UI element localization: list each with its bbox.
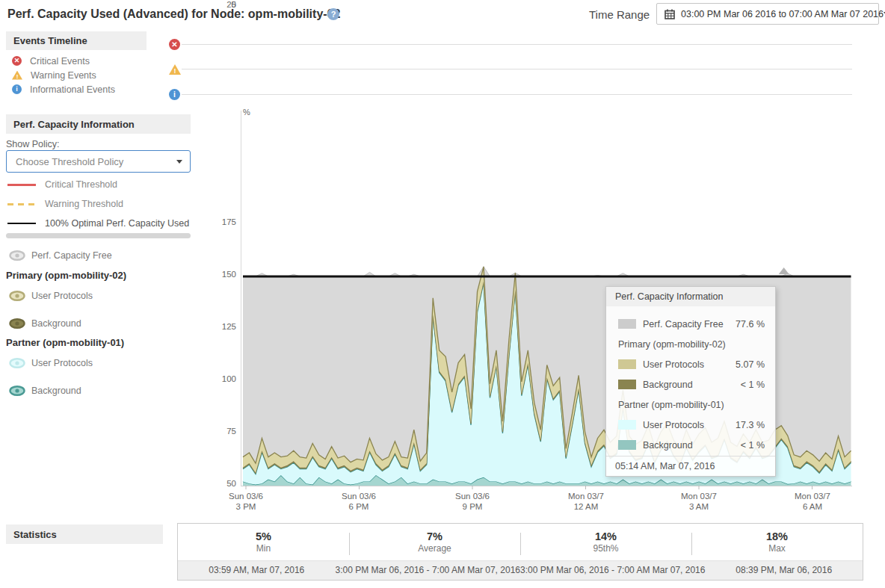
toggle-partner-user-protocols[interactable]: User Protocols — [9, 357, 93, 368]
time-range-label: Time Range — [589, 8, 650, 21]
informational-events-lane: i — [169, 88, 852, 100]
eye-icon — [9, 291, 25, 301]
swatch-free — [618, 319, 636, 329]
sidebar-scrollbar[interactable] — [6, 233, 191, 238]
partner-node-heading: Partner (opm-mobility-01) — [6, 337, 124, 348]
stat-95th: 14% 95th% — [520, 524, 691, 562]
y-tick: 175 — [212, 217, 236, 226]
chart-tooltip: Perf. Capacity Information Perf. Capacit… — [605, 286, 776, 477]
y-tick: 125 — [212, 322, 236, 331]
toggle-primary-user-protocols[interactable]: User Protocols — [9, 290, 93, 301]
statistics-table: 5% Min 7% Average 14% 95th% 18% Max 03:5… — [177, 523, 863, 581]
statistics-header: Statistics — [6, 524, 163, 544]
x-tick: Sun 03/69 PM — [428, 491, 517, 512]
events-timeline-header: Events Timeline — [6, 31, 147, 50]
legend-optimal-line: 100% Optimal Perf. Capacity Used — [7, 218, 189, 229]
tooltip-row-partner-bg: Background < 1 % — [618, 435, 765, 455]
warning-icon: ! — [12, 71, 22, 80]
legend-warning-threshold: Warning Threshold — [7, 199, 123, 209]
info-icon: i — [12, 84, 22, 94]
x-tick: Mon 03/712 AM — [541, 491, 631, 512]
y-tick: 75 — [212, 427, 236, 436]
swatch-partner-user — [618, 420, 636, 430]
legend-informational-events: i Informational Events — [12, 84, 115, 95]
critical-events-lane: ✕ — [169, 38, 852, 50]
swatch-primary-bg — [618, 380, 636, 389]
critical-icon: ✕ — [169, 39, 180, 50]
critical-icon: ✕ — [12, 56, 22, 66]
legend-critical-threshold: Critical Threshold — [7, 179, 117, 190]
y-tick: 0 — [212, 0, 236, 9]
x-tick: Mon 03/76 AM — [768, 491, 857, 512]
y-tick: 150 — [212, 270, 236, 279]
threshold-policy-select[interactable]: Choose Threshold Policy — [6, 150, 191, 173]
tooltip-row-primary-bg: Background < 1 % — [618, 374, 765, 394]
help-icon[interactable]: ? — [327, 8, 339, 20]
warning-icon: ! — [169, 64, 181, 75]
y-tick: 50 — [212, 479, 236, 488]
stat-max: 18% Max — [691, 524, 863, 562]
warning-threshold-line — [7, 203, 36, 205]
chevron-down-icon — [176, 160, 182, 164]
eye-icon — [9, 358, 25, 368]
time-range-value: 03:00 PM Mar 06 2016 to 07:00 AM Mar 07 … — [681, 9, 884, 19]
tooltip-timestamp: 05:14 AM, Mar 07, 2016 — [606, 456, 775, 476]
stat-min: 5% Min — [178, 524, 349, 562]
swatch-primary-user — [618, 359, 636, 369]
tooltip-group-partner: Partner (opm-mobility-01) — [618, 394, 765, 415]
x-tick: Mon 03/73 AM — [654, 491, 744, 512]
perf-capacity-page: Perf. Capacity Used (Advanced) for Node:… — [0, 0, 885, 588]
warning-events-lane: ! — [169, 63, 852, 75]
toggle-partner-background[interactable]: Background — [9, 385, 81, 396]
eye-icon — [9, 250, 25, 261]
critical-threshold-line — [7, 184, 36, 186]
primary-node-heading: Primary (opm-mobility-02) — [6, 270, 126, 281]
tooltip-row-primary-user: User Protocols 5.07 % — [618, 354, 765, 374]
tooltip-group-primary: Primary (opm-mobility-02) — [618, 334, 765, 354]
time-range-selector[interactable]: 03:00 PM Mar 06 2016 to 07:00 AM Mar 07 … — [656, 3, 879, 25]
y-tick: 100 — [212, 374, 236, 383]
tooltip-row-free: Perf. Capacity Free 77.6 % — [618, 314, 765, 334]
tooltip-title: Perf. Capacity Information — [606, 287, 775, 306]
toggle-perf-capacity-free[interactable]: Perf. Capacity Free — [9, 250, 112, 261]
eye-icon — [9, 386, 25, 396]
stat-average: 7% Average — [349, 524, 520, 562]
legend-warning-events: ! Warning Events — [12, 69, 96, 81]
legend-critical-events: ✕ Critical Events — [12, 55, 90, 66]
page-title: Perf. Capacity Used (Advanced) for Node:… — [7, 7, 340, 21]
info-icon: i — [169, 89, 180, 100]
eye-icon — [9, 318, 25, 329]
perf-capacity-info-header: Perf. Capacity Information — [6, 114, 191, 134]
optimal-line-swatch — [7, 223, 36, 224]
tooltip-row-partner-user: User Protocols 17.3 % — [618, 415, 765, 435]
x-tick: Sun 03/66 PM — [314, 491, 404, 512]
show-policy-label: Show Policy: — [6, 139, 60, 149]
x-tick: Sun 03/63 PM — [201, 491, 291, 512]
calendar-icon — [664, 9, 675, 19]
statistics-timestamps: 03:59 AM, Mar 07, 2016 3:00 PM Mar 06, 2… — [178, 560, 863, 580]
toggle-primary-background[interactable]: Background — [9, 318, 81, 329]
swatch-partner-bg — [618, 440, 636, 450]
